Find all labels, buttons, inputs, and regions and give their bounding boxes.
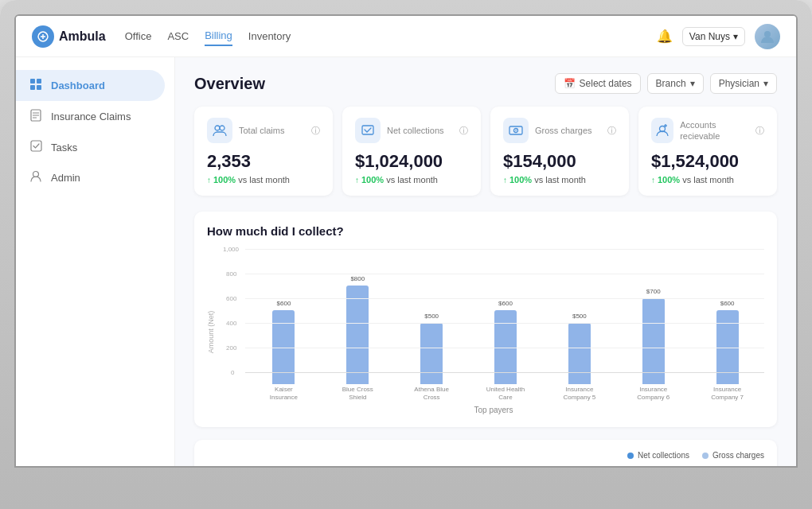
net-collections-label: Net collections [387,125,444,136]
select-dates-button[interactable]: 📅 Select dates [555,73,641,94]
sidebar: Dashboard Insurance [16,57,175,466]
line-chart-legend: Net collections Gross charges [207,451,764,460]
net-collections-value: $1,024,000 [355,151,468,172]
svg-rect-2 [37,79,41,84]
physician-button[interactable]: Physician ▾ [710,73,777,94]
accounts-receivable-change: ↑ 100% vs last month [651,175,764,185]
gross-charges-icon [503,118,529,143]
line-chart-section: Net collections Gross charges Amount [194,440,777,466]
chart-x-axis-label: Top payers [223,406,764,414]
overview-header: Overview 📅 Select dates Branch ▾ [194,73,777,94]
total-claims-icon [207,118,232,143]
location-selector[interactable]: Van Nuys ▾ [682,27,745,46]
xlabel-kaiser: KaiserInsurance [247,386,321,401]
svg-point-12 [220,126,224,130]
gross-charges-change: ↑ 100% vs last month [503,175,616,185]
accounts-receivable-value: $1,524,000 [651,151,764,172]
total-claims-info-icon[interactable]: ⓘ [311,125,320,137]
nav-office[interactable]: Office [125,27,152,45]
up-arrow-icon: ↑ [503,176,507,185]
branch-chevron-icon: ▾ [690,78,695,89]
logo-text: Ambula [59,29,106,44]
gross-charges-info-icon[interactable]: ⓘ [607,125,616,137]
net-collections-info-icon[interactable]: ⓘ [459,125,468,137]
bar-chart-title: How much did I collect? [207,224,764,238]
dashboard-icon [29,78,43,93]
avatar[interactable] [755,24,780,49]
total-claims-value: 2,353 [207,151,320,172]
sidebar-label-tasks: Tasks [51,142,77,153]
insurance-claims-icon [29,109,43,124]
xlabel-united: United HealthCare [469,386,543,401]
branch-button[interactable]: Branch ▾ [647,73,704,94]
nav-right: 🔔 Van Nuys ▾ [657,24,780,49]
up-arrow-icon: ↑ [355,176,359,185]
net-collections-change: ↑ 100% vs last month [355,175,468,185]
stat-cards: Total claims ⓘ 2,353 ↑ 100% vs last mont… [194,107,777,196]
tasks-icon [29,140,43,154]
xlabel-athena: Athena BlueCross [395,386,469,401]
total-claims-label: Total claims [239,125,284,136]
bar-chart-section: How much did I collect? Amount (Net) [194,212,777,427]
legend-gross-charges: Gross charges [702,451,764,460]
page-title: Overview [194,75,265,93]
nav-billing[interactable]: Billing [205,26,232,46]
svg-rect-4 [37,85,41,90]
sidebar-item-admin[interactable]: Admin [16,162,174,192]
xlabel-bluecross: Blue CrossShield [321,386,395,401]
logo-icon [32,25,54,48]
nav-links: Office ASC Billing Inventory [125,26,657,46]
stat-card-total-claims: Total claims ⓘ 2,353 ↑ 100% vs last mont… [194,107,333,196]
svg-rect-1 [30,79,35,84]
xlabel-ins6: InsuranceCompany 6 [616,386,690,401]
calendar-icon: 📅 [564,78,576,89]
admin-icon [29,170,43,185]
main-content: Dashboard Insurance [16,57,796,466]
svg-point-16 [515,130,517,131]
logo[interactable]: Ambula [32,25,106,48]
legend-dot-net [627,453,634,459]
stat-card-gross-charges: Gross charges ⓘ $154,000 ↑ 100% vs last … [490,107,629,196]
total-claims-change: ↑ 100% vs last month [207,175,320,185]
accounts-receivable-label: Accounts recievable [680,119,749,142]
up-arrow-icon: ↑ [651,176,655,185]
svg-rect-9 [31,141,41,151]
nav-inventory[interactable]: Inventory [248,27,291,45]
x-axis-labels: KaiserInsurance Blue CrossShield Athena … [223,386,764,401]
sidebar-item-tasks[interactable]: Tasks [16,132,174,162]
legend-dot-gross [702,453,709,459]
stat-card-net-collections: Net collections ⓘ $1,024,000 ↑ 100% vs l… [342,107,481,196]
header-controls: 📅 Select dates Branch ▾ Physician ▾ [555,73,777,94]
svg-rect-3 [30,85,35,90]
top-navigation: Ambula Office ASC Billing Inventory 🔔 Va… [16,16,796,57]
gross-charges-value: $154,000 [503,151,616,172]
location-label: Van Nuys [689,31,730,42]
accounts-receivable-info-icon[interactable]: ⓘ [755,125,764,137]
y-axis-label: Amount (Net) [207,249,217,414]
stat-card-accounts-receivable: Accounts recievable ⓘ $1,524,000 ↑ 100% … [638,107,777,196]
content-area: Overview 📅 Select dates Branch ▾ [175,57,796,466]
up-arrow-icon: ↑ [207,176,211,185]
svg-point-11 [215,126,220,130]
sidebar-item-insurance-claims[interactable]: Insurance Claims [16,101,174,132]
xlabel-ins5: InsuranceCompany 5 [542,386,616,401]
sidebar-label-insurance-claims: Insurance Claims [51,111,131,122]
svg-point-0 [764,31,771,37]
sidebar-item-dashboard[interactable]: Dashboard [16,70,165,101]
sidebar-label-admin: Admin [51,172,80,184]
gross-charges-label: Gross charges [535,125,592,136]
net-collections-icon [355,118,381,143]
legend-net-collections: Net collections [627,451,689,460]
chevron-down-icon: ▾ [733,31,738,42]
xlabel-ins7: InsuranceCompany 7 [690,386,764,401]
physician-chevron-icon: ▾ [763,78,768,89]
sidebar-label-dashboard: Dashboard [51,80,105,91]
nav-asc[interactable]: ASC [167,27,189,45]
notification-bell-icon[interactable]: 🔔 [657,29,673,44]
svg-rect-13 [362,126,373,134]
accounts-receivable-icon [651,118,673,143]
